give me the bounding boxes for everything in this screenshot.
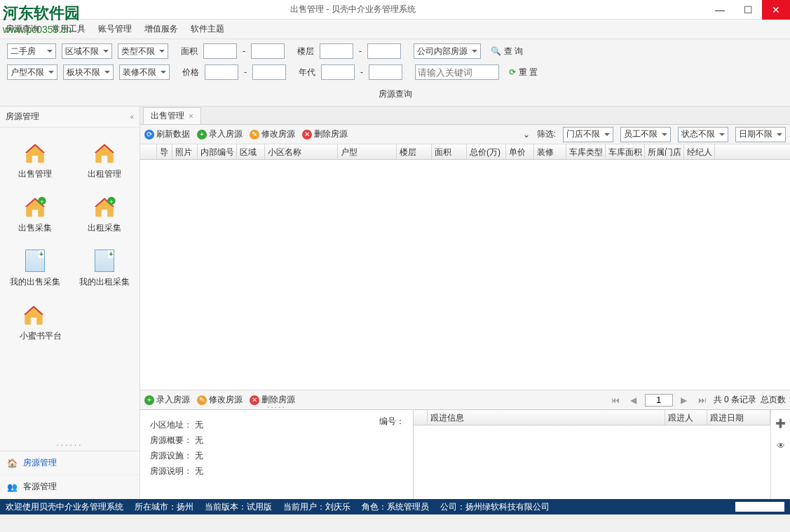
grid-col[interactable]: 户型: [338, 144, 397, 159]
select-status[interactable]: 状态不限: [678, 127, 728, 142]
label-summary: 房源概要：: [147, 435, 192, 446]
follow-grid: 跟进信息 跟进人 跟进日期: [414, 410, 770, 499]
select-store[interactable]: 门店不限: [563, 127, 613, 142]
house-icon: [21, 140, 49, 165]
bottom-edit-button[interactable]: ✎修改房源: [197, 394, 243, 406]
grid-body: [140, 160, 790, 390]
grid-col[interactable]: 车库面积: [606, 144, 645, 159]
menu-theme[interactable]: 软件主题: [191, 23, 224, 35]
refresh-button[interactable]: ⟳刷新数据: [144, 128, 190, 140]
tabstrip: 出售管理 ×: [140, 107, 790, 125]
input-area-min[interactable]: [203, 43, 237, 59]
pager-prev-button[interactable]: ◀: [627, 394, 641, 407]
house-icon: [20, 302, 48, 327]
nav-housing[interactable]: 🏠 房源管理: [0, 451, 139, 475]
filter-bar: 二手房 区域不限 类型不限 面积 - 楼层 - 公司内部房源 🔍查 询 户型不限…: [0, 39, 790, 107]
grid-col[interactable]: 内部编号: [198, 144, 237, 159]
grid-col[interactable]: 区域: [237, 144, 265, 159]
filter-caption: 房源查询: [7, 86, 783, 104]
grid-col[interactable]: 照片: [172, 144, 198, 159]
sidebar: 房源管理 « 出售管理 出租管理 + 出售采集 + 出租采集 我的出售采集: [0, 107, 140, 499]
pager-pages: 总页数: [761, 394, 786, 406]
grid-col[interactable]: 经纪人: [684, 144, 715, 159]
view-button[interactable]: 👁: [775, 439, 787, 452]
reset-button[interactable]: ⟳重 置: [505, 67, 542, 79]
sidebar-item-xiaomishu[interactable]: 小蜜书平台: [0, 295, 139, 349]
pager-records: 共 0 条记录: [714, 394, 756, 406]
label-facility: 房源设施：: [147, 450, 192, 462]
select-region[interactable]: 区域不限: [62, 43, 112, 59]
input-floor-min[interactable]: [320, 43, 353, 59]
dash: -: [243, 46, 245, 56]
search-button[interactable]: 🔍查 询: [486, 46, 527, 57]
grid-col[interactable]: 面积: [432, 144, 467, 159]
menu-housing-query[interactable]: 房源查询: [6, 23, 39, 35]
select-block[interactable]: 板块不限: [63, 64, 114, 80]
label-number: 编号：: [379, 416, 404, 428]
add-follow-button[interactable]: ➕: [775, 417, 787, 430]
select-scope[interactable]: 公司内部房源: [414, 43, 481, 59]
input-keyword[interactable]: [415, 64, 499, 80]
pager: ⏮ ◀ ▶ ⏭ 共 0 条记录 总页数: [608, 394, 786, 407]
side-actions: ➕ 👁: [770, 410, 790, 499]
status-inputbox[interactable]: [735, 502, 784, 512]
delete-icon: ✕: [302, 130, 312, 139]
sidebar-item-sale-collect[interactable]: + 出售采集: [0, 187, 70, 241]
grid-col[interactable]: 装修: [534, 144, 566, 159]
sidebar-nav: 🏠 房源管理 👥 客源管理: [0, 451, 139, 499]
tab-close-icon[interactable]: ×: [189, 111, 193, 121]
maximize-button[interactable]: ☐: [734, 0, 762, 20]
input-price-min[interactable]: [205, 64, 238, 80]
menu-common-tools[interactable]: 常用工具: [52, 23, 86, 35]
col-follow-info: 跟进信息: [428, 410, 665, 425]
doc-icon: [21, 248, 49, 273]
pager-next-button[interactable]: ▶: [677, 394, 691, 407]
link-icon: 🏠: [7, 458, 18, 468]
select-staff[interactable]: 员工不限: [620, 127, 671, 142]
sidebar-item-my-sale-collect[interactable]: 我的出售采集: [0, 241, 70, 295]
close-button[interactable]: ✕: [762, 0, 790, 20]
tab-sale-manage[interactable]: 出售管理 ×: [143, 107, 201, 124]
input-price-max[interactable]: [252, 64, 286, 80]
grid-col[interactable]: 所属门店: [645, 144, 684, 159]
bottom-add-button[interactable]: +录入房源: [144, 394, 190, 406]
input-era-max[interactable]: [369, 64, 402, 80]
menu-valueadd[interactable]: 增值服务: [144, 23, 178, 35]
grid-col[interactable]: 总价(万): [467, 144, 506, 159]
value-facility: 无: [195, 450, 203, 462]
grid-col[interactable]: 车库类型: [566, 144, 606, 159]
search-icon: 🔍: [491, 46, 501, 56]
select-prop-type[interactable]: 二手房: [7, 43, 56, 59]
input-area-max[interactable]: [251, 43, 285, 59]
sidebar-item-sale-manage[interactable]: 出售管理: [0, 133, 70, 187]
sidebar-item-rent-collect[interactable]: + 出租采集: [70, 187, 140, 241]
pager-page-input[interactable]: [645, 394, 673, 407]
add-button[interactable]: +录入房源: [197, 128, 243, 140]
input-floor-max[interactable]: [367, 43, 401, 59]
grid-col[interactable]: 导: [157, 144, 172, 159]
delete-button[interactable]: ✕删除房源: [302, 128, 348, 140]
grid-col[interactable]: 楼层: [397, 144, 432, 159]
input-era-min[interactable]: [321, 64, 355, 80]
edit-button[interactable]: ✎修改房源: [250, 128, 295, 140]
pager-first-button[interactable]: ⏮: [608, 394, 622, 407]
main-area: 房源管理 « 出售管理 出租管理 + 出售采集 + 出租采集 我的出售采集: [0, 107, 790, 499]
menu-account[interactable]: 账号管理: [98, 23, 132, 35]
filter-row-1: 二手房 区域不限 类型不限 面积 - 楼层 - 公司内部房源 🔍查 询: [7, 43, 783, 59]
detail-left: ..... 小区地址：无 编号： 房源概要：无 房源设施：无 房源说明：无: [140, 410, 414, 499]
sidebar-item-my-rent-collect[interactable]: 我的出租采集: [70, 241, 140, 295]
select-kind[interactable]: 类型不限: [118, 43, 168, 59]
select-layout[interactable]: 户型不限: [7, 64, 57, 80]
pager-last-button[interactable]: ⏭: [695, 394, 709, 407]
select-date[interactable]: 日期不限: [735, 127, 786, 142]
minimize-button[interactable]: —: [706, 0, 734, 20]
sidebar-item-rent-manage[interactable]: 出租管理: [70, 133, 140, 187]
select-decor[interactable]: 装修不限: [119, 64, 170, 80]
grid-col[interactable]: [140, 144, 157, 159]
grid-col[interactable]: 小区名称: [265, 144, 338, 159]
content-toolbar: ⟳刷新数据 +录入房源 ✎修改房源 ✕删除房源 ⌄ 筛选: 门店不限 员工不限 …: [140, 125, 790, 144]
sidebar-collapse-icon[interactable]: «: [130, 113, 134, 121]
grid-col[interactable]: 单价: [506, 144, 534, 159]
svg-text:+: +: [109, 198, 114, 205]
nav-customer[interactable]: 👥 客源管理: [0, 475, 139, 499]
